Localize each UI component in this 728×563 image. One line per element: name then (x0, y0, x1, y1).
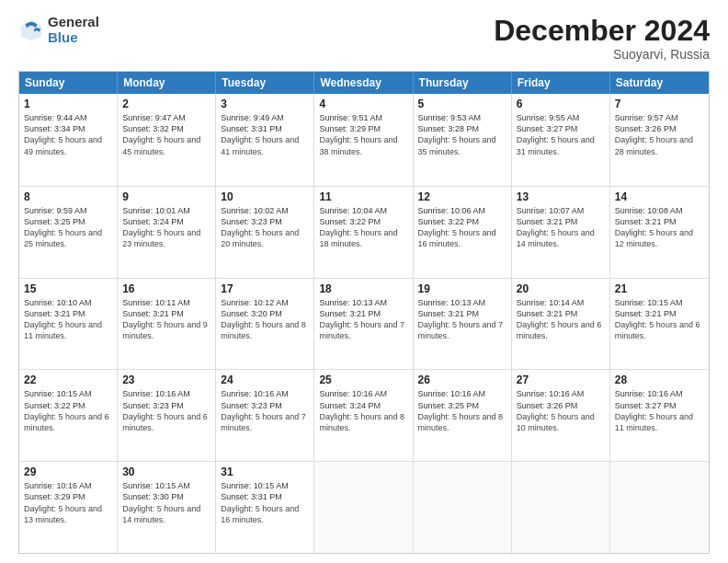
day-12: 12 Sunrise: 10:06 AM Sunset: 3:22 PM Day… (414, 187, 512, 278)
calendar-header: Sunday Monday Tuesday Wednesday Thursday… (19, 72, 709, 94)
day-7: 7 Sunrise: 9:57 AM Sunset: 3:26 PM Dayli… (610, 94, 709, 186)
empty-4 (610, 462, 709, 553)
day-15: 15 Sunrise: 10:10 AM Sunset: 3:21 PM Day… (19, 279, 118, 370)
header-wednesday: Wednesday (314, 72, 413, 94)
logo-icon (18, 17, 44, 43)
day-8: 8 Sunrise: 9:59 AM Sunset: 3:25 PM Dayli… (19, 187, 118, 278)
day-3: 3 Sunrise: 9:49 AM Sunset: 3:31 PM Dayli… (216, 94, 314, 186)
day-21: 21 Sunrise: 10:15 AM Sunset: 3:21 PM Day… (610, 279, 709, 370)
day-14: 14 Sunrise: 10:08 AM Sunset: 3:21 PM Day… (610, 187, 709, 278)
logo-blue: Blue (48, 30, 99, 46)
header-saturday: Saturday (610, 72, 709, 94)
day-16: 16 Sunrise: 10:11 AM Sunset: 3:21 PM Day… (118, 279, 216, 370)
calendar: Sunday Monday Tuesday Wednesday Thursday… (18, 71, 710, 554)
day-17: 17 Sunrise: 10:12 AM Sunset: 3:20 PM Day… (216, 279, 314, 370)
day-29: 29 Sunrise: 10:16 AM Sunset: 3:29 PM Day… (19, 462, 118, 553)
day-9: 9 Sunrise: 10:01 AM Sunset: 3:24 PM Dayl… (118, 187, 216, 278)
header-sunday: Sunday (19, 72, 118, 94)
location: Suoyarvi, Russia (494, 47, 710, 62)
day-26: 26 Sunrise: 10:16 AM Sunset: 3:25 PM Day… (414, 370, 512, 461)
day-19: 19 Sunrise: 10:13 AM Sunset: 3:21 PM Day… (414, 279, 512, 370)
day-25: 25 Sunrise: 10:16 AM Sunset: 3:24 PM Day… (314, 370, 413, 461)
page: General Blue December 2024 Suoyarvi, Rus… (0, 0, 728, 563)
week-3: 15 Sunrise: 10:10 AM Sunset: 3:21 PM Day… (19, 278, 709, 370)
day-18: 18 Sunrise: 10:13 AM Sunset: 3:21 PM Day… (314, 279, 413, 370)
day-10: 10 Sunrise: 10:02 AM Sunset: 3:23 PM Day… (216, 187, 314, 278)
day-20: 20 Sunrise: 10:14 AM Sunset: 3:21 PM Day… (512, 279, 610, 370)
week-4: 22 Sunrise: 10:15 AM Sunset: 3:22 PM Day… (19, 369, 709, 461)
logo: General Blue (18, 15, 99, 45)
header-thursday: Thursday (414, 72, 512, 94)
header-monday: Monday (118, 72, 216, 94)
day-6: 6 Sunrise: 9:55 AM Sunset: 3:27 PM Dayli… (512, 94, 610, 186)
empty-3 (512, 462, 610, 553)
day-2: 2 Sunrise: 9:47 AM Sunset: 3:32 PM Dayli… (118, 94, 216, 186)
logo-text: General Blue (48, 15, 99, 45)
day-31: 31 Sunrise: 10:15 AM Sunset: 3:31 PM Day… (216, 462, 314, 553)
day-1: 1 Sunrise: 9:44 AM Sunset: 3:34 PM Dayli… (19, 94, 118, 186)
week-5: 29 Sunrise: 10:16 AM Sunset: 3:29 PM Day… (19, 461, 709, 553)
empty-2 (414, 462, 512, 553)
month-title: December 2024 (494, 15, 710, 47)
day-23: 23 Sunrise: 10:16 AM Sunset: 3:23 PM Day… (118, 370, 216, 461)
cell-info-1: Sunrise: 9:44 AM Sunset: 3:34 PM Dayligh… (24, 112, 112, 157)
day-5: 5 Sunrise: 9:53 AM Sunset: 3:28 PM Dayli… (414, 94, 512, 186)
logo-general: General (48, 15, 99, 30)
header-friday: Friday (512, 72, 610, 94)
title-block: December 2024 Suoyarvi, Russia (494, 15, 710, 62)
empty-1 (314, 462, 413, 553)
day-num-2: 2 (122, 98, 210, 110)
day-27: 27 Sunrise: 10:16 AM Sunset: 3:26 PM Day… (512, 370, 610, 461)
day-11: 11 Sunrise: 10:04 AM Sunset: 3:22 PM Day… (314, 187, 413, 278)
day-4: 4 Sunrise: 9:51 AM Sunset: 3:29 PM Dayli… (314, 94, 413, 186)
header-tuesday: Tuesday (216, 72, 314, 94)
day-13: 13 Sunrise: 10:07 AM Sunset: 3:21 PM Day… (512, 187, 610, 278)
day-22: 22 Sunrise: 10:15 AM Sunset: 3:22 PM Day… (19, 370, 118, 461)
day-24: 24 Sunrise: 10:16 AM Sunset: 3:23 PM Day… (216, 370, 314, 461)
week-2: 8 Sunrise: 9:59 AM Sunset: 3:25 PM Dayli… (19, 186, 709, 278)
day-28: 28 Sunrise: 10:16 AM Sunset: 3:27 PM Day… (610, 370, 709, 461)
day-num-1: 1 (24, 98, 112, 110)
day-30: 30 Sunrise: 10:15 AM Sunset: 3:30 PM Day… (118, 462, 216, 553)
header: General Blue December 2024 Suoyarvi, Rus… (18, 15, 710, 62)
calendar-body: 1 Sunrise: 9:44 AM Sunset: 3:34 PM Dayli… (19, 94, 709, 553)
week-1: 1 Sunrise: 9:44 AM Sunset: 3:34 PM Dayli… (19, 94, 709, 186)
